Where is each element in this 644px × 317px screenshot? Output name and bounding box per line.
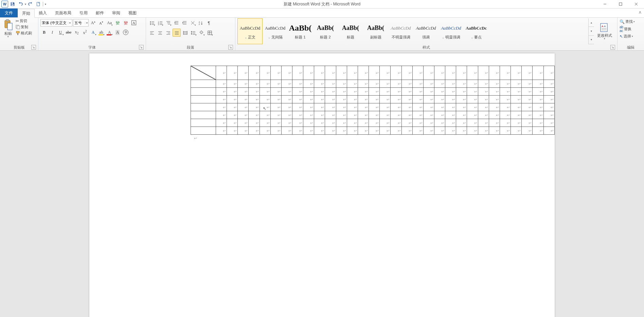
document-area[interactable]: ↩↩↩↩↩↩↩↩↩↩↩↩↩↩↩↩↩↩↩↩↩↩↩↩↩↩↩↩↩↩↩↩↩↩↩↩↩↩↩↩… [0,51,644,317]
gallery-more-icon[interactable]: ▾ [589,36,594,44]
page[interactable]: ↩↩↩↩↩↩↩↩↩↩↩↩↩↩↩↩↩↩↩↩↩↩↩↩↩↩↩↩↩↩↩↩↩↩↩↩↩↩↩↩… [89,53,555,317]
table-cell[interactable]: ↩ [292,103,303,111]
table-cell[interactable]: ↩ [401,111,412,119]
table-cell[interactable]: ↩ [260,119,270,127]
chevron-down-icon[interactable]: ▾ [632,35,633,38]
align-left-button[interactable] [148,29,156,36]
undo-button[interactable] [17,1,24,7]
table-cell[interactable]: ↩ [456,119,467,127]
phonetic-guide-button[interactable]: 變 [114,19,121,27]
table-cell[interactable]: ↩ [380,80,391,88]
table-cell[interactable]: ↩ [543,111,554,119]
table-row[interactable]: ↩↩↩↩↩↩↩↩↩↩↩↩↩↩↩↩↩↩↩↩↩↩↩↩↩↩↩↩↩↩↩ [191,103,555,111]
table-cell[interactable]: ↩ [543,88,554,96]
table-cell[interactable]: ↩ [489,96,500,103]
table-cell[interactable]: ↩ [292,111,303,119]
table-cell[interactable]: ↩ [358,66,369,80]
table-cell[interactable]: ↩ [358,96,369,103]
table-cell[interactable]: ↩ [260,80,270,88]
table-cell[interactable]: ↩ [249,80,260,88]
table-cell[interactable]: ↩ [336,127,347,135]
table-cell[interactable]: ↩ [478,96,489,103]
table-cell[interactable]: ↩ [456,103,467,111]
table-row[interactable]: ↩↩↩↩↩↩↩↩↩↩↩↩↩↩↩↩↩↩↩↩↩↩↩↩↩↩↩↩↩↩↩ [191,119,555,127]
table-cell[interactable]: ↩ [358,127,369,135]
table-cell[interactable]: ↩ [500,103,511,111]
align-right-button[interactable] [164,29,172,36]
tab-references[interactable]: 引用 [75,9,92,17]
table-cell[interactable]: ↩ [533,127,543,135]
table-cell[interactable] [191,96,216,103]
table-cell[interactable]: ↩ [434,80,445,88]
table-cell[interactable]: ↩ [325,103,336,111]
table-cell[interactable]: ↩ [533,103,543,111]
tab-view[interactable]: 视图 [124,9,141,17]
table-cell[interactable]: ↩ [303,80,314,88]
tab-mailings[interactable]: 邮件 [92,9,108,17]
table-cell[interactable]: ↩ [434,119,445,127]
table-cell[interactable]: ↩ [249,96,260,103]
table-cell[interactable]: ↩ [380,103,391,111]
table-cell[interactable]: ↩ [434,111,445,119]
asian-layout-button[interactable]: ▾ [189,19,196,27]
table-cell[interactable]: ↩ [347,88,358,96]
table-cell[interactable]: ↩ [238,111,249,119]
increase-indent-button[interactable] [181,19,188,27]
table-cell[interactable]: ↩ [423,119,434,127]
table-cell[interactable]: ↩ [227,103,238,111]
table-cell[interactable]: ↩ [292,119,303,127]
table-cell[interactable]: ↩ [281,111,292,119]
table-cell[interactable]: ↩ [270,119,281,127]
style-item-5[interactable]: AaBb(副标题 [363,18,388,44]
align-justify-button[interactable] [173,29,181,37]
table-cell[interactable]: ↩ [412,96,423,103]
table-cell[interactable]: ↩ [456,66,467,80]
table-cell[interactable]: ↩ [227,80,238,88]
table-cell[interactable]: ↩ [270,80,281,88]
table-cell[interactable]: ↩ [500,119,511,127]
table-cell[interactable]: ↩ [347,103,358,111]
copy-button[interactable]: 复制 [16,24,32,30]
document-table[interactable]: ↩↩↩↩↩↩↩↩↩↩↩↩↩↩↩↩↩↩↩↩↩↩↩↩↩↩↩↩↩↩↩↩↩↩↩↩↩↩↩↩… [191,66,555,135]
table-cell[interactable]: ↩ [467,66,478,80]
style-item-7[interactable]: AaBbCcDd强调 [413,18,439,44]
table-cell[interactable]: ↩ [489,66,500,80]
table-cell[interactable]: ↩ [500,80,511,88]
table-cell[interactable]: ↩ [533,80,543,88]
tab-file[interactable]: 文件 [0,9,18,17]
maximize-button[interactable] [613,0,628,8]
table-cell[interactable]: ↩ [391,66,401,80]
table-cell[interactable]: ↩ [270,88,281,96]
table-cell[interactable]: ↩ [445,103,456,111]
table-cell[interactable]: ↩ [401,88,412,96]
table-cell[interactable]: ↩ [423,80,434,88]
table-cell[interactable]: ↩ [391,119,401,127]
select-button[interactable]: ↖选择▾ [620,34,633,39]
table-cell[interactable]: ↩ [325,88,336,96]
table-cell[interactable]: ↩ [325,119,336,127]
table-cell[interactable]: ↩ [314,66,325,80]
table-cell[interactable]: ↩ [522,66,533,80]
table-cell[interactable]: ↩ [478,80,489,88]
table-cell[interactable]: ↩ [369,88,380,96]
table-cell[interactable]: ↩ [325,80,336,88]
style-item-1[interactable]: AaBbCcDd⌄无间隔 [263,18,288,44]
table-cell[interactable]: ↩ [238,88,249,96]
table-cell[interactable]: ↩ [467,88,478,96]
table-cell[interactable]: ↩ [391,80,401,88]
table-cell[interactable]: ↩ [314,80,325,88]
table-cell[interactable]: ↩ [303,103,314,111]
table-cell[interactable]: ↩ [238,119,249,127]
borders-button[interactable]: ▾ [206,29,213,36]
font-size-combo[interactable]: ▾ [73,19,89,27]
chevron-down-icon[interactable]: ▾ [68,21,72,24]
table-cell[interactable]: ↩ [336,103,347,111]
numbering-button[interactable]: 123▾ [156,19,164,27]
table-cell[interactable]: ↩ [522,80,533,88]
style-item-9[interactable]: AaBbCcDc⌄要点 [464,18,489,44]
table-cell[interactable]: ↩ [292,96,303,103]
table-cell[interactable] [191,127,216,135]
table-cell[interactable]: ↩ [412,103,423,111]
bold-button[interactable]: B [40,29,48,36]
table-cell[interactable]: ↩ [227,119,238,127]
